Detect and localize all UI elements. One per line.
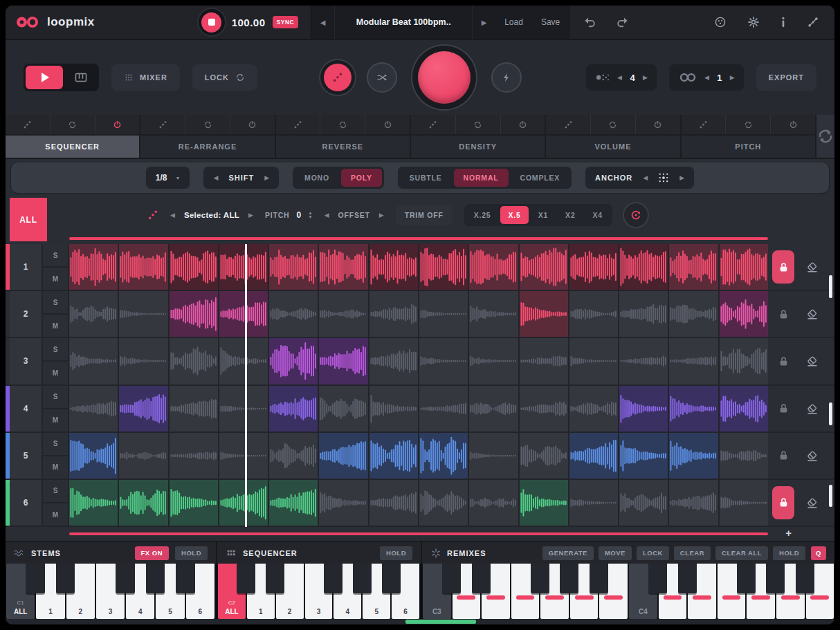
solo-button[interactable]: S	[43, 338, 68, 360]
row-erase-button[interactable]	[798, 244, 826, 290]
black-key[interactable]	[678, 564, 697, 593]
step-cell[interactable]	[619, 480, 668, 526]
step-cell[interactable]	[520, 480, 568, 526]
black-key[interactable]	[266, 564, 284, 593]
step-cell[interactable]	[269, 480, 318, 526]
step-cell[interactable]	[720, 386, 768, 432]
step-cell[interactable]	[69, 480, 118, 526]
module-route-icon[interactable]	[140, 115, 185, 134]
step-cell[interactable]	[669, 338, 718, 384]
black-key[interactable]	[56, 564, 75, 593]
step-cell[interactable]	[219, 480, 268, 526]
step-cell[interactable]	[119, 433, 167, 479]
sync-toggle[interactable]: SYNC	[273, 16, 299, 28]
option-normal[interactable]: NORMAL	[454, 169, 509, 187]
energy-knob[interactable]	[493, 64, 520, 91]
step-cell[interactable]	[469, 433, 518, 479]
stems-hold-button[interactable]: HOLD	[175, 546, 208, 560]
black-key[interactable]	[146, 564, 165, 593]
preset-name[interactable]: Modular Beat 100bpm..	[335, 6, 472, 39]
sequencer-hold-button[interactable]: HOLD	[380, 546, 412, 560]
option-x4[interactable]: X4	[585, 206, 610, 224]
step-cell[interactable]	[419, 433, 468, 479]
step-cell[interactable]	[69, 291, 118, 337]
row-number[interactable]: 5	[10, 433, 43, 479]
step-cell[interactable]	[669, 244, 718, 290]
module-power-icon[interactable]	[501, 115, 545, 134]
offset-left-button[interactable]: ◀	[325, 212, 329, 219]
module-sync-icon[interactable]	[726, 115, 771, 134]
black-key[interactable]	[116, 564, 135, 593]
module-sync-icon[interactable]	[185, 115, 230, 134]
row-lock-button[interactable]	[772, 486, 794, 519]
step-cell[interactable]	[170, 244, 218, 290]
solo-button[interactable]: S	[43, 244, 68, 266]
module-power-icon[interactable]	[95, 115, 140, 134]
shift-left-button[interactable]: ◀	[213, 174, 218, 181]
mute-button[interactable]: M	[43, 360, 68, 384]
trim-button[interactable]: TRIM OFF	[396, 205, 453, 225]
step-cell[interactable]	[419, 244, 468, 290]
black-key[interactable]	[766, 564, 785, 593]
step-cell[interactable]	[569, 433, 618, 479]
row-lock-button[interactable]	[776, 306, 791, 322]
option-mono[interactable]: MONO	[295, 169, 339, 187]
tab-reverse[interactable]: REVERSE	[276, 136, 410, 158]
step-cell[interactable]	[720, 480, 768, 526]
step-cell[interactable]	[619, 386, 668, 432]
step-cell[interactable]	[319, 291, 367, 337]
mute-button[interactable]: M	[43, 313, 68, 337]
row-number[interactable]: 3	[10, 338, 43, 384]
black-key[interactable]	[590, 564, 608, 593]
module-power-icon[interactable]	[365, 115, 410, 134]
option-x-25[interactable]: X.25	[466, 206, 499, 224]
black-key[interactable]	[26, 564, 45, 593]
preset-prev-button[interactable]: ◀	[311, 6, 335, 39]
select-all-block[interactable]: ALL	[10, 198, 47, 241]
patch-icon[interactable]	[807, 16, 819, 28]
step-cell[interactable]	[469, 338, 518, 384]
step-cell[interactable]	[319, 386, 367, 432]
black-key[interactable]	[531, 564, 549, 593]
redo-icon[interactable]	[615, 15, 629, 29]
step-cell[interactable]	[119, 244, 167, 290]
step-cell[interactable]	[119, 386, 167, 432]
step-cell[interactable]	[619, 338, 668, 384]
black-key[interactable]	[324, 564, 343, 593]
module-route-icon[interactable]	[682, 115, 727, 134]
row-erase-button[interactable]	[798, 291, 826, 337]
step-cell[interactable]	[569, 480, 618, 526]
step-cell[interactable]	[619, 244, 668, 290]
load-button[interactable]: Load	[495, 6, 532, 39]
step-cell[interactable]	[419, 291, 468, 337]
clear-button[interactable]: CLEAR	[674, 546, 711, 560]
module-sync-icon[interactable]	[456, 115, 501, 134]
row-erase-button[interactable]	[798, 480, 826, 526]
tab-pitch[interactable]: PITCH	[682, 136, 815, 158]
step-cell[interactable]	[319, 480, 367, 526]
module-route-icon[interactable]	[546, 115, 591, 134]
step-cell[interactable]	[219, 291, 268, 337]
step-cell[interactable]	[520, 291, 568, 337]
step-cell[interactable]	[219, 433, 268, 479]
step-cell[interactable]	[369, 433, 418, 479]
offset-right-button[interactable]: ▶	[379, 212, 384, 219]
step-cell[interactable]	[569, 291, 618, 337]
step-cell[interactable]	[69, 244, 118, 290]
module-sync-icon[interactable]	[51, 115, 95, 134]
black-key[interactable]	[737, 564, 756, 593]
fx-on-button[interactable]: FX ON	[135, 546, 170, 560]
step-cell[interactable]	[369, 291, 418, 337]
preset-next-button[interactable]: ▶	[472, 6, 495, 39]
step-cell[interactable]	[170, 291, 218, 337]
step-cell[interactable]	[170, 480, 218, 526]
step-cell[interactable]	[619, 291, 668, 337]
pattern-prev-button[interactable]: ◀	[617, 74, 622, 81]
step-cell[interactable]	[119, 338, 167, 384]
row-number[interactable]: 4	[10, 386, 43, 432]
anchor-position-icon[interactable]	[658, 172, 669, 183]
lock-button[interactable]: LOCK	[192, 64, 257, 91]
step-cell[interactable]	[469, 244, 518, 290]
step-cell[interactable]	[319, 338, 367, 384]
module-sync-icon[interactable]	[320, 115, 365, 134]
